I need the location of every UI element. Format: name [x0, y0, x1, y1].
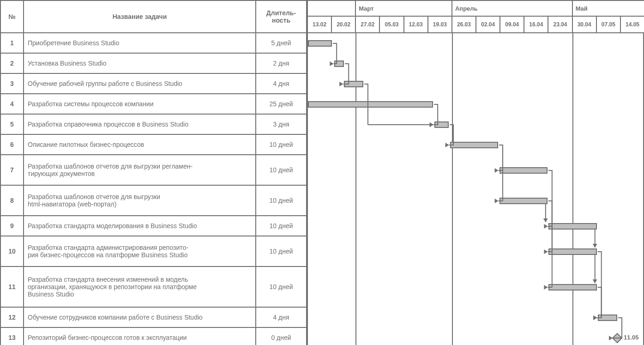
header-num: №	[0, 0, 24, 33]
gantt-bar	[344, 81, 363, 87]
month-header	[307, 0, 355, 16]
task-num: 11	[0, 266, 24, 307]
task-num: 8	[0, 185, 24, 216]
gantt-bar	[500, 167, 548, 174]
task-num: 10	[0, 236, 24, 266]
task-name: Разработка системы процессов компании	[24, 94, 256, 114]
task-duration: 3 дня	[256, 114, 307, 134]
week-header: 12.03	[404, 16, 428, 33]
task-duration: 0 дней	[256, 327, 307, 345]
month-divider	[572, 33, 573, 345]
milestone-icon	[612, 333, 623, 344]
week-header: 16.04	[524, 16, 548, 33]
task-num: 4	[0, 94, 24, 114]
task-duration: 10 дней	[256, 155, 307, 185]
task-name: Разработка справочника процессов в Busin…	[24, 114, 256, 134]
task-row: 7Разработка шаблонов отчетов для выгрузк…	[0, 155, 307, 185]
milestone-label: 11.05	[624, 334, 639, 341]
task-name: Установка Business Studio	[24, 53, 256, 73]
svg-marker-5	[495, 168, 499, 173]
gantt-chart: МартАпрельМай 13.0220.0227.0205.0312.031…	[307, 0, 644, 345]
task-name: Обучение рабочей группы работе с Busines…	[24, 73, 256, 94]
svg-marker-9	[544, 249, 548, 254]
task-name: Обучение сотрудников компании работе с B…	[24, 307, 256, 327]
task-row: 5Разработка справочника процессов в Busi…	[0, 114, 307, 134]
week-header: 26.03	[452, 16, 476, 33]
gantt-bar	[308, 40, 332, 47]
header-name: Название задачи	[24, 0, 256, 33]
svg-marker-1	[339, 82, 343, 86]
task-duration: 10 дней	[256, 266, 307, 307]
gantt-bar	[548, 223, 596, 230]
task-duration: 4 дня	[256, 73, 307, 94]
gantt-bar	[334, 61, 344, 67]
task-name: Разработка стандарта моделирования в Bus…	[24, 216, 256, 236]
month-divider	[452, 33, 453, 345]
task-num: 6	[0, 134, 24, 155]
svg-marker-3	[430, 122, 433, 127]
gantt-bar	[434, 121, 449, 128]
week-header: 14.05	[620, 16, 644, 33]
task-num: 9	[0, 216, 24, 236]
week-header: 30.04	[572, 16, 596, 33]
gantt-bar	[548, 248, 596, 255]
task-row: 3Обучение рабочей группы работе с Busine…	[0, 73, 307, 94]
svg-marker-12	[593, 315, 597, 320]
gantt-body: 11.05	[307, 33, 644, 345]
task-duration: 4 дня	[256, 307, 307, 327]
task-name: Разработка стандарта внесения изменений …	[24, 266, 256, 307]
task-row: 11Разработка стандарта внесения изменени…	[0, 266, 307, 307]
task-duration: 10 дней	[256, 185, 307, 216]
month-header: Май	[572, 0, 644, 16]
task-row: 8Разработка шаблонов отчетов для выгрузк…	[0, 185, 307, 216]
week-header: 13.02	[307, 16, 331, 33]
task-num: 12	[0, 307, 24, 327]
svg-marker-8	[543, 218, 548, 222]
task-row: 6Описание пилотных бизнес-процессов10 дн…	[0, 134, 307, 155]
task-duration: 2 дня	[256, 53, 307, 73]
task-name: Разработка шаблонов отчетов для выгрузки…	[24, 155, 256, 185]
task-name: Описание пилотных бизнес-процессов	[24, 134, 256, 155]
task-row: 1Приобретение Business Studio5 дней	[0, 33, 307, 53]
week-header: 09.04	[500, 16, 524, 33]
month-header: Апрель	[452, 0, 572, 16]
dependency-arrows	[308, 33, 643, 345]
task-name: Разработка шаблонов отчетов для выгрузки…	[24, 185, 256, 216]
task-num: 7	[0, 155, 24, 185]
task-num: 13	[0, 327, 24, 345]
week-header: 23.04	[548, 16, 572, 33]
gantt-bar	[598, 315, 617, 321]
month-header: Март	[355, 0, 452, 16]
task-num: 1	[0, 33, 24, 53]
week-header: 02.04	[476, 16, 500, 33]
task-name: Разработка стандарта администрирования р…	[24, 236, 256, 266]
week-header: 05.03	[379, 16, 403, 33]
task-row: 4Разработка системы процессов компании25…	[0, 94, 307, 114]
month-divider	[355, 33, 356, 345]
svg-marker-7	[544, 224, 548, 229]
header-duration: Длитель- ность	[256, 0, 307, 33]
task-duration: 10 дней	[256, 134, 307, 155]
task-row: 2Установка Business Studio2 дня	[0, 53, 307, 73]
svg-marker-4	[445, 143, 449, 147]
week-header: 07.05	[596, 16, 620, 33]
task-num: 3	[0, 73, 24, 94]
svg-marker-6	[495, 199, 499, 203]
task-row: 10Разработка стандарта администрирования…	[0, 236, 307, 266]
svg-marker-10	[544, 285, 548, 290]
task-num: 5	[0, 114, 24, 134]
week-header: 19.03	[428, 16, 452, 33]
task-num: 2	[0, 53, 24, 73]
svg-marker-13	[593, 279, 597, 283]
task-row: 13Репозиторий бизнес-процессов готов к э…	[0, 327, 307, 345]
gantt-bar	[500, 198, 548, 204]
svg-marker-14	[593, 315, 597, 320]
gantt-bar	[450, 142, 498, 148]
task-name: Репозиторий бизнес-процессов готов к экс…	[24, 327, 256, 345]
task-duration: 10 дней	[256, 216, 307, 236]
task-name: Приобретение Business Studio	[24, 33, 256, 53]
gantt-bar	[548, 284, 596, 291]
task-duration: 5 дней	[256, 33, 307, 53]
svg-marker-0	[330, 61, 333, 66]
gantt-bar	[308, 101, 433, 108]
